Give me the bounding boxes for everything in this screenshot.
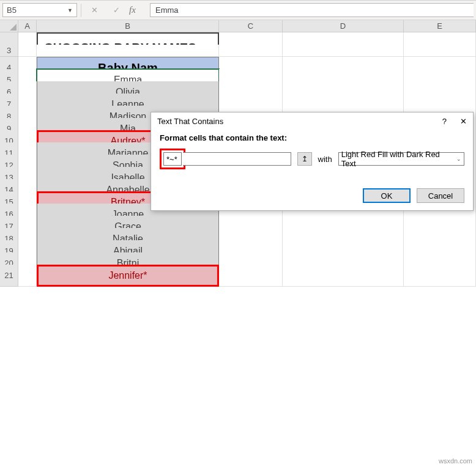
dialog-prompt: Format cells that contain the text: (160, 133, 464, 142)
cell[interactable] (283, 265, 404, 287)
cancel-formula-icon[interactable]: ✕ (85, 3, 103, 17)
dialog-title: Text That Contains (157, 117, 223, 126)
table-row[interactable]: Jennifer* (37, 265, 219, 287)
row-header[interactable]: 21 (0, 265, 18, 287)
enter-formula-icon[interactable]: ✓ (107, 3, 125, 17)
row-header[interactable]: 3 (0, 45, 18, 57)
help-icon[interactable]: ? (442, 117, 447, 126)
cancel-button[interactable]: Cancel (417, 188, 464, 203)
name-box[interactable]: B5 ▼ (2, 3, 77, 17)
chevron-down-icon[interactable]: ▼ (67, 7, 73, 13)
formula-bar-row: B5 ▼ ✕ ✓ fx Emma (0, 0, 476, 20)
cell[interactable] (18, 265, 37, 287)
cell[interactable] (219, 45, 283, 57)
text-that-contains-dialog: Text That Contains ? ✕ Format cells that… (151, 112, 474, 211)
cell[interactable] (18, 45, 37, 57)
chevron-down-icon[interactable]: ⌄ (456, 156, 461, 162)
cancel-label: Cancel (428, 191, 453, 200)
close-icon[interactable]: ✕ (460, 117, 467, 126)
name-box-value: B5 (7, 6, 17, 15)
column-header[interactable]: D (283, 20, 404, 32)
select-all-corner[interactable] (0, 20, 18, 32)
cell[interactable] (219, 265, 283, 287)
cell[interactable] (37, 45, 219, 57)
column-header[interactable]: C (219, 20, 283, 32)
ok-button[interactable]: OK (363, 188, 411, 203)
format-select[interactable]: Light Red Fill with Dark Red Text ⌄ (338, 152, 464, 166)
with-label: with (318, 155, 332, 164)
column-header[interactable]: B (37, 20, 219, 32)
dialog-body: Format cells that contain the text: ↥ wi… (151, 130, 473, 169)
column-header[interactable]: E (404, 20, 476, 32)
fx-icon[interactable]: fx (129, 5, 146, 15)
contains-text-input[interactable] (163, 152, 182, 166)
ok-label: OK (381, 191, 393, 200)
contains-text-input-extra[interactable] (183, 152, 291, 166)
highlight-frame (160, 149, 185, 169)
format-select-value: Light Red Fill with Dark Red Text (341, 150, 456, 168)
dialog-titlebar[interactable]: Text That Contains ? ✕ (151, 112, 473, 130)
cell[interactable] (404, 265, 476, 287)
watermark: wsxdn.com (439, 457, 472, 465)
range-selector-icon[interactable]: ↥ (297, 152, 312, 166)
formula-bar-input[interactable]: Emma (150, 3, 474, 17)
cell[interactable] (404, 45, 476, 57)
formula-bar-value: Emma (155, 6, 179, 15)
cell[interactable] (283, 45, 404, 57)
separator (81, 4, 81, 17)
column-header[interactable]: A (18, 20, 37, 32)
